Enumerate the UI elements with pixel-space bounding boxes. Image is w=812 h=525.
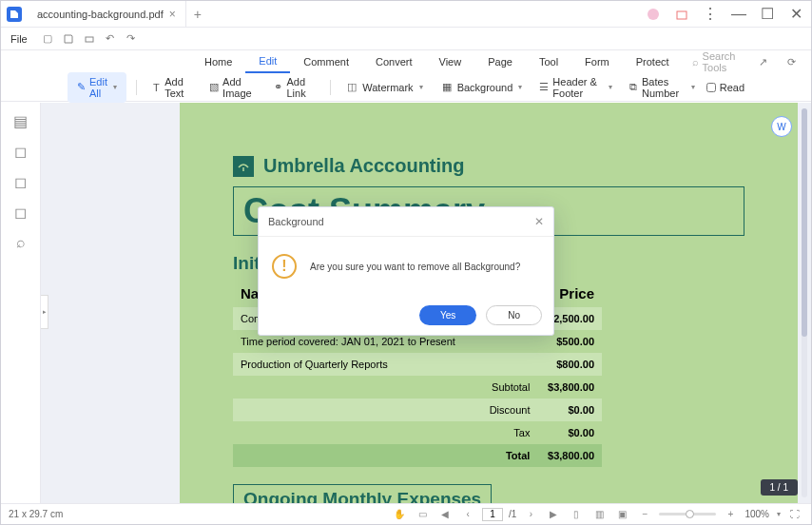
warning-icon: ! [272, 254, 297, 279]
no-button[interactable]: No [486, 305, 542, 325]
confirm-dialog: Background ✕ ! Are you sure you want to … [258, 206, 554, 336]
dialog-title: Background [268, 216, 324, 227]
dialog-title-bar: Background ✕ [259, 207, 553, 237]
modal-backdrop: Background ✕ ! Are you sure you want to … [1, 1, 811, 524]
dialog-message: Are you sure you want to remove all Back… [310, 262, 520, 272]
yes-button[interactable]: Yes [419, 305, 476, 325]
dialog-close-icon[interactable]: ✕ [534, 215, 544, 228]
